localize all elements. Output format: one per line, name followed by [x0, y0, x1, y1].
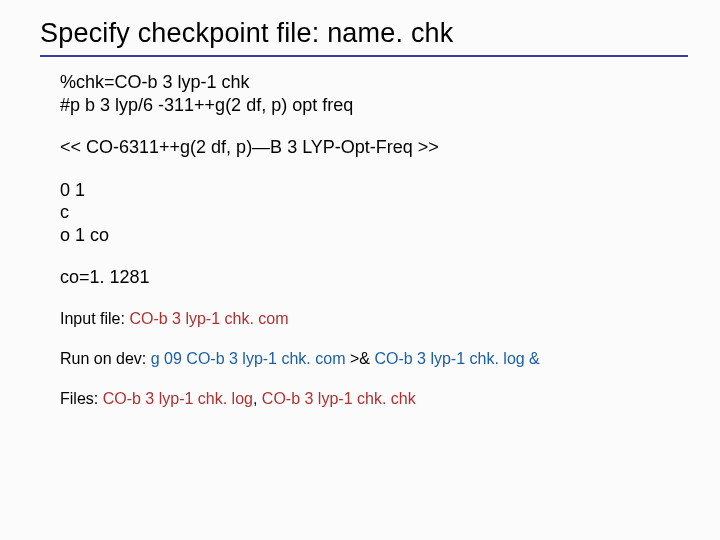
route-section: #p b 3 lyp/6 -311++g(2 df, p) opt freq	[60, 94, 688, 117]
slide-body: %chk=CO-b 3 lyp-1 chk #p b 3 lyp/6 -311+…	[40, 71, 688, 409]
gaussian-input-header: %chk=CO-b 3 lyp-1 chk #p b 3 lyp/6 -311+…	[60, 71, 688, 116]
title-card: << CO-6311++g(2 df, p)—B 3 LYP-Opt-Freq …	[60, 136, 688, 159]
variable-co: co=1. 1281	[60, 266, 688, 289]
files-line: Files: CO-b 3 lyp-1 chk. log, CO-b 3 lyp…	[60, 389, 688, 409]
run-line: Run on dev: g 09 CO-b 3 lyp-1 chk. com >…	[60, 349, 688, 369]
variables: co=1. 1281	[60, 266, 688, 289]
run-label: Run on dev:	[60, 350, 151, 367]
slide: Specify checkpoint file: name. chk %chk=…	[0, 0, 720, 540]
input-file-line: Input file: CO-b 3 lyp-1 chk. com	[60, 309, 688, 329]
atom-line-1: c	[60, 201, 688, 224]
molecule-spec: 0 1 c o 1 co	[60, 179, 688, 247]
files-separator: ,	[253, 390, 262, 407]
chk-directive: %chk=CO-b 3 lyp-1 chk	[60, 71, 688, 94]
input-file-name: CO-b 3 lyp-1 chk. com	[129, 310, 288, 327]
file-log: CO-b 3 lyp-1 chk. log	[103, 390, 253, 407]
title-underline	[40, 55, 688, 57]
charge-multiplicity: 0 1	[60, 179, 688, 202]
run-command-a: g 09 CO-b 3 lyp-1 chk. com	[151, 350, 350, 367]
file-chk: CO-b 3 lyp-1 chk. chk	[262, 390, 416, 407]
input-file-label: Input file:	[60, 310, 129, 327]
slide-title: Specify checkpoint file: name. chk	[40, 18, 688, 49]
run-redirect: >&	[350, 350, 374, 367]
run-command-b: CO-b 3 lyp-1 chk. log &	[374, 350, 539, 367]
files-label: Files:	[60, 390, 103, 407]
atom-line-2: o 1 co	[60, 224, 688, 247]
